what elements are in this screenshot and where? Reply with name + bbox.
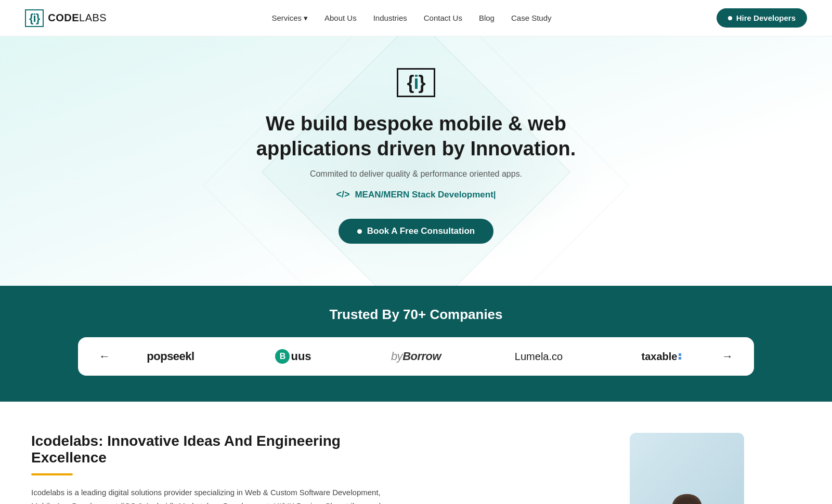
code-slash-icon: </> <box>336 189 349 200</box>
logo-icon: {i} <box>25 9 44 27</box>
logo-byborrow: byBorrow <box>374 350 458 363</box>
nav-item-contact[interactable]: Contact Us <box>424 14 462 23</box>
hire-developers-button[interactable]: Hire Developers <box>717 8 807 28</box>
nav-links: Services ▾ About Us Industries Contact U… <box>271 14 551 23</box>
buus-icon: B <box>275 349 290 364</box>
about-right-content: HIRE <box>437 433 801 504</box>
nav-item-blog[interactable]: Blog <box>479 14 495 23</box>
carousel-next-button[interactable]: → <box>718 348 737 365</box>
chevron-down-icon: ▾ <box>304 14 308 23</box>
hero-subtitle: Commited to deliver quality & performanc… <box>310 169 522 179</box>
logos-inner: popseekl Buus byBorrow Lumela.co taxable <box>114 349 718 364</box>
about-section: Icodelabs: Innovative Ideas And Engineer… <box>0 402 832 504</box>
nav-item-about[interactable]: About Us <box>324 14 357 23</box>
trusted-section: Trusted By 70+ Companies ← popseekl Buus… <box>0 286 832 402</box>
nav-item-services[interactable]: Services ▾ <box>271 14 308 23</box>
about-title: Icodelabs: Innovative Ideas And Engineer… <box>31 433 395 466</box>
btn-dot-icon <box>728 16 732 20</box>
navbar: {i} CODELABS Services ▾ About Us Industr… <box>0 0 832 36</box>
logos-carousel: ← popseekl Buus byBorrow Lumela.co <box>78 337 754 376</box>
logo[interactable]: {i} CODELABS <box>25 9 107 27</box>
about-image <box>630 433 744 504</box>
carousel-prev-button[interactable]: ← <box>95 348 114 365</box>
logo-text: CODELABS <box>48 12 107 24</box>
hero-title: We build bespoke mobile & web applicatio… <box>213 112 619 161</box>
logo-popseekl: popseekl <box>129 350 212 363</box>
hero-typed-text: </> MEAN/MERN Stack Development| <box>336 189 496 200</box>
about-title-underline <box>31 473 73 475</box>
about-body-text: Icodelabs is a leading digital solutions… <box>31 486 395 504</box>
taxable-logo-squares <box>679 353 681 360</box>
btn-dot-icon <box>357 229 362 234</box>
logo-lumela: Lumela.co <box>497 351 580 363</box>
logo-taxable: taxable <box>620 351 703 363</box>
book-consultation-button[interactable]: Book A Free Consultation <box>339 219 493 244</box>
trusted-heading: Trusted By 70+ Companies <box>25 307 807 323</box>
logo-buus: Buus <box>252 349 335 364</box>
nav-item-industries[interactable]: Industries <box>373 14 407 23</box>
hero-section: {i} We build bespoke mobile & web applic… <box>0 36 832 286</box>
about-left-content: Icodelabs: Innovative Ideas And Engineer… <box>31 433 395 504</box>
nav-item-casestudy[interactable]: Case Study <box>511 14 552 23</box>
hero-logo-icon: {i} <box>397 68 435 97</box>
